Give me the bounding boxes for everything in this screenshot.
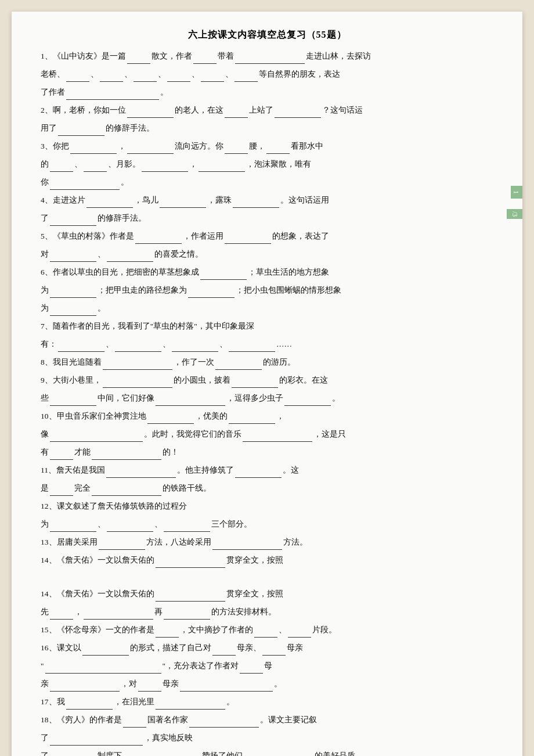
question-13: 13、居庸关采用方法，八达岭采用方法。 (41, 534, 493, 550)
blank[interactable] (82, 646, 129, 656)
blank[interactable] (92, 487, 161, 496)
question-7: 7、随着作者的目光，我看到了"草虫的村落"，其中印象最深 (41, 318, 493, 334)
blank[interactable] (233, 199, 279, 208)
blank[interactable] (225, 235, 271, 244)
blank[interactable] (142, 163, 188, 172)
question-9-cont: 些中间，它们好像，逗得多少虫子。 (41, 390, 493, 406)
blank[interactable] (201, 73, 224, 82)
blank[interactable] (50, 397, 96, 406)
blank[interactable] (243, 433, 312, 442)
q6-text: 6、作者以草虫的目光，把细密的草茎想象成；草虫生活的地方想象 (41, 268, 329, 276)
blank[interactable] (229, 415, 275, 424)
blank[interactable] (200, 271, 247, 280)
blank[interactable] (58, 343, 104, 352)
question-1: 1、《山中访友》是一篇散文，作者带着走进山林，去探访 (41, 48, 493, 64)
blank[interactable] (164, 523, 210, 532)
blank[interactable] (156, 592, 225, 602)
blank[interactable] (138, 682, 161, 692)
question-17: 17、我，在泪光里。 (41, 694, 493, 710)
blank[interactable] (284, 397, 331, 406)
blank[interactable] (84, 163, 107, 172)
blank[interactable] (70, 145, 117, 154)
blank[interactable] (50, 433, 143, 442)
blank[interactable] (66, 91, 159, 100)
blank[interactable] (164, 610, 210, 620)
blank[interactable] (266, 145, 290, 154)
blank[interactable] (235, 469, 282, 478)
blank[interactable] (212, 541, 282, 550)
blank[interactable] (262, 646, 286, 656)
blank[interactable] (115, 343, 161, 352)
blank[interactable] (229, 343, 275, 352)
blank[interactable] (215, 361, 262, 370)
blank[interactable] (106, 469, 176, 478)
question-18: 18、《穷人》的作者是国著名作家。课文主要记叙 (41, 712, 493, 728)
blank[interactable] (288, 628, 311, 638)
blank[interactable] (50, 610, 73, 620)
blank[interactable] (232, 379, 278, 388)
blank[interactable] (199, 163, 245, 172)
blank[interactable] (275, 109, 321, 118)
blank[interactable] (160, 199, 206, 208)
question-1-cont: 老桥、、、、、、等自然界的朋友，表达 (41, 66, 493, 82)
blank[interactable] (135, 235, 182, 244)
blank[interactable] (50, 736, 143, 746)
blank[interactable] (127, 145, 174, 154)
blank[interactable] (235, 55, 305, 64)
blank[interactable] (127, 55, 150, 64)
question-3: 3、你把，流向远方。你腰，看那水中 (41, 138, 493, 154)
blank[interactable] (50, 523, 96, 532)
blank[interactable] (50, 217, 96, 226)
q10-text: 10、甲虫音乐家们全神贯注地，优美的， (41, 412, 284, 420)
blank[interactable] (172, 343, 218, 352)
blank[interactable] (84, 610, 153, 620)
blank[interactable] (100, 73, 123, 82)
blank[interactable] (50, 451, 73, 460)
q18-text: 18、《穷人》的作者是国著名作家。课文主要记叙 (41, 715, 317, 724)
q1-cont2: 了作者。 (41, 88, 168, 96)
blank[interactable] (156, 559, 225, 568)
blank[interactable] (45, 664, 161, 674)
blank[interactable] (127, 109, 174, 118)
blank[interactable] (50, 289, 96, 298)
blank[interactable] (103, 361, 172, 370)
blank[interactable] (50, 307, 96, 316)
question-5-cont: 对、的喜爱之情。 (41, 246, 493, 262)
blank[interactable] (212, 646, 236, 656)
blank[interactable] (156, 700, 225, 710)
blank[interactable] (189, 718, 259, 728)
blank[interactable] (99, 541, 145, 550)
blank[interactable] (50, 181, 120, 190)
blank[interactable] (180, 682, 273, 692)
blank[interactable] (107, 523, 153, 532)
blank[interactable] (156, 628, 179, 638)
blank[interactable] (123, 718, 146, 728)
blank[interactable] (225, 109, 248, 118)
blank[interactable] (167, 73, 190, 82)
question-6: 6、作者以草虫的目光，把细密的草茎想象成；草虫生活的地方想象 (41, 264, 493, 280)
blank[interactable] (254, 628, 277, 638)
blank[interactable] (50, 163, 73, 172)
blank[interactable] (156, 397, 225, 406)
question-18-cont: 了，真实地反映 (41, 730, 493, 746)
q15-text: 15、《怀念母亲》一文的作者是，文中摘抄了作者的、片段。 (41, 625, 337, 634)
q2-cont: 用了的修辞手法。 (41, 124, 154, 132)
blank[interactable] (193, 55, 217, 64)
blank[interactable] (134, 73, 157, 82)
blank[interactable] (50, 487, 73, 496)
blank[interactable] (225, 145, 248, 154)
blank[interactable] (147, 415, 194, 424)
blank[interactable] (234, 73, 258, 82)
blank[interactable] (50, 253, 96, 262)
blank[interactable] (50, 682, 120, 692)
blank[interactable] (240, 664, 263, 674)
blank[interactable] (188, 289, 234, 298)
blank[interactable] (92, 451, 161, 460)
blank[interactable] (103, 379, 172, 388)
question-16: 16、课文以的形式，描述了自己对母亲、母亲 (41, 640, 493, 656)
blank[interactable] (58, 127, 104, 136)
blank[interactable] (66, 73, 89, 82)
blank[interactable] (107, 253, 153, 262)
blank[interactable] (66, 700, 113, 710)
blank[interactable] (86, 199, 133, 208)
